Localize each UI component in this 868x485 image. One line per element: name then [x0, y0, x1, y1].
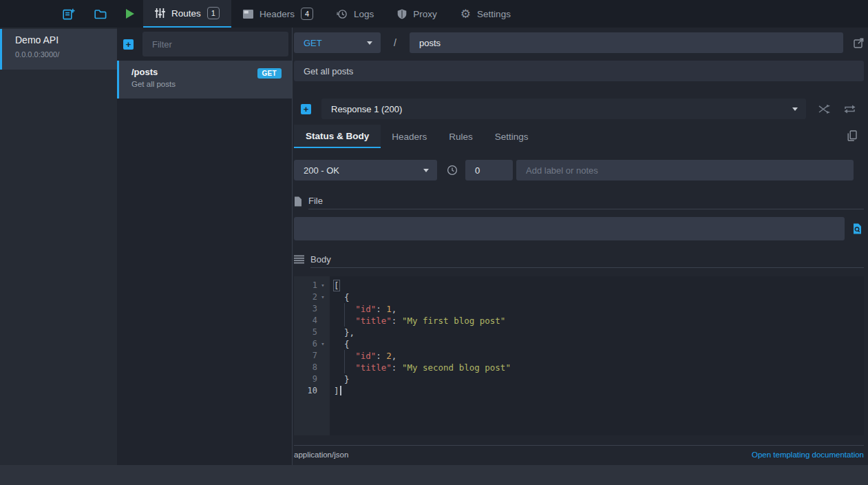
mockoon-window: Routes 1 Headers 4 Logs: [0, 0, 868, 485]
route-documentation-input[interactable]: [294, 61, 864, 81]
response-dropdown[interactable]: Response 1 (200): [321, 99, 806, 119]
routes-sliders-icon: [155, 8, 165, 18]
route-description: Get all posts: [131, 80, 285, 88]
tab-response-settings[interactable]: Settings: [484, 125, 540, 148]
tab-routes-label: Routes: [171, 8, 201, 19]
body-section-title: Body: [310, 254, 331, 265]
body-section-header: Body: [294, 254, 864, 267]
response-dropdown-value: Response 1 (200): [331, 104, 402, 114]
chevron-down-icon: [367, 41, 372, 45]
gutter-line[interactable]: 5: [294, 327, 330, 338]
main-header: Routes 1 Headers 4 Logs: [0, 0, 868, 28]
content-type-label: application/json: [294, 451, 348, 459]
method-dropdown-value: GET: [304, 38, 322, 48]
response-row: + Response 1 (200): [294, 99, 864, 119]
file-section-title: File: [308, 196, 323, 206]
code-line: }: [334, 373, 864, 385]
status-row: 200 - OK: [294, 160, 864, 180]
tab-settings[interactable]: ⚙ Settings: [449, 0, 522, 28]
fold-spacer: [317, 303, 328, 315]
fold-spacer: [317, 385, 328, 397]
gutter-line[interactable]: 2▾: [294, 291, 330, 303]
body-editor-lines[interactable]: [ { "id": 1, "title": "My first blog pos…: [330, 276, 864, 435]
tab-settings-label: Settings: [477, 9, 511, 19]
latency-clock-icon: [447, 165, 458, 176]
content-area: Demo API 0.0.0.0:3000/ + /posts Get all …: [0, 28, 868, 465]
fold-spacer: [317, 350, 328, 362]
routes-menu: + /posts Get all posts GET: [117, 28, 293, 465]
tab-logs-label: Logs: [354, 9, 374, 19]
route-editor-panel: GET / + Response 1 (200): [293, 28, 868, 465]
repeat-icon: [844, 105, 856, 114]
file-row: [294, 217, 864, 240]
route-path-input[interactable]: [410, 32, 843, 53]
environment-name: Demo API: [15, 34, 117, 45]
sequential-response-button[interactable]: [844, 105, 856, 114]
tab-rules[interactable]: Rules: [438, 125, 484, 148]
code-line: {: [334, 291, 864, 303]
tab-status-body[interactable]: Status & Body: [294, 125, 381, 148]
new-environment-icon[interactable]: [63, 8, 75, 20]
tab-logs[interactable]: Logs: [325, 0, 385, 28]
gutter-line[interactable]: 10: [294, 385, 330, 397]
gutter-line[interactable]: 6▾: [294, 338, 330, 350]
fold-spacer: [317, 315, 328, 327]
environments-sidebar: Demo API 0.0.0.0:3000/: [0, 28, 117, 465]
route-item[interactable]: /posts Get all posts GET: [117, 61, 292, 99]
gutter-line[interactable]: 3: [294, 303, 330, 315]
add-response-button[interactable]: +: [301, 104, 311, 114]
fold-spacer: [317, 327, 328, 338]
environment-url: 0.0.0.0:3000/: [15, 50, 117, 59]
response-tabs: Status & Body Headers Rules Settings: [294, 125, 864, 148]
gutter-line[interactable]: 9: [294, 373, 330, 385]
gutter-line[interactable]: 1▾: [294, 280, 330, 291]
file-section-header: File: [294, 196, 864, 209]
gutter-line[interactable]: 7: [294, 350, 330, 362]
fold-caret-icon: ▾: [317, 280, 328, 291]
code-line: "id": 1,: [334, 303, 864, 315]
route-method-badge: GET: [257, 68, 282, 79]
browse-file-button[interactable]: [850, 223, 864, 234]
settings-gear-icon: ⚙: [461, 8, 471, 20]
route-filter-input[interactable]: [142, 32, 288, 56]
tab-proxy[interactable]: Proxy: [385, 0, 449, 28]
body-editor[interactable]: 1▾2▾3456▾78910 [ { "id": 1, "title": "My…: [294, 276, 864, 435]
add-route-button[interactable]: +: [123, 39, 134, 50]
gutter-line[interactable]: 4: [294, 315, 330, 327]
start-server-button[interactable]: [117, 0, 143, 28]
header-tabs: Routes 1 Headers 4 Logs: [143, 0, 522, 28]
logs-history-icon: [337, 9, 348, 19]
tab-routes[interactable]: Routes 1: [143, 0, 231, 28]
file-search-icon: [853, 223, 862, 234]
routes-toolbar: +: [117, 28, 292, 57]
gutter-line[interactable]: 8: [294, 362, 330, 373]
body-editor-gutter: 1▾2▾3456▾78910: [294, 276, 330, 435]
method-dropdown[interactable]: GET: [294, 32, 381, 53]
status-code-value: 200 - OK: [304, 165, 339, 176]
chevron-down-icon: [423, 169, 429, 172]
response-label-input[interactable]: [516, 160, 854, 180]
code-line: [: [334, 280, 864, 291]
open-environment-folder-icon[interactable]: [94, 9, 107, 19]
header-left: [0, 0, 117, 28]
fold-caret-icon: ▾: [317, 291, 328, 303]
file-path-input[interactable]: [294, 217, 845, 240]
latency-input[interactable]: [465, 160, 513, 180]
tab-headers[interactable]: Headers 4: [231, 0, 325, 28]
templating-doc-link[interactable]: Open templating documentation: [752, 451, 864, 459]
plus-icon: +: [304, 105, 309, 114]
tab-response-headers[interactable]: Headers: [381, 125, 438, 148]
status-code-dropdown[interactable]: 200 - OK: [294, 160, 437, 180]
fold-spacer: [317, 373, 328, 385]
random-response-button[interactable]: [818, 105, 830, 114]
tab-proxy-label: Proxy: [413, 9, 437, 19]
environment-item[interactable]: Demo API 0.0.0.0:3000/: [0, 29, 117, 70]
play-icon: [125, 8, 135, 19]
fold-caret-icon: ▾: [317, 338, 328, 350]
routes-count-badge: 1: [207, 7, 220, 19]
editor-footer: application/json Open templating documen…: [294, 451, 864, 459]
plus-icon: +: [126, 40, 131, 49]
open-in-browser-button[interactable]: [843, 38, 864, 48]
duplicate-response-button[interactable]: [847, 130, 857, 144]
headers-count-badge: 4: [301, 8, 313, 20]
